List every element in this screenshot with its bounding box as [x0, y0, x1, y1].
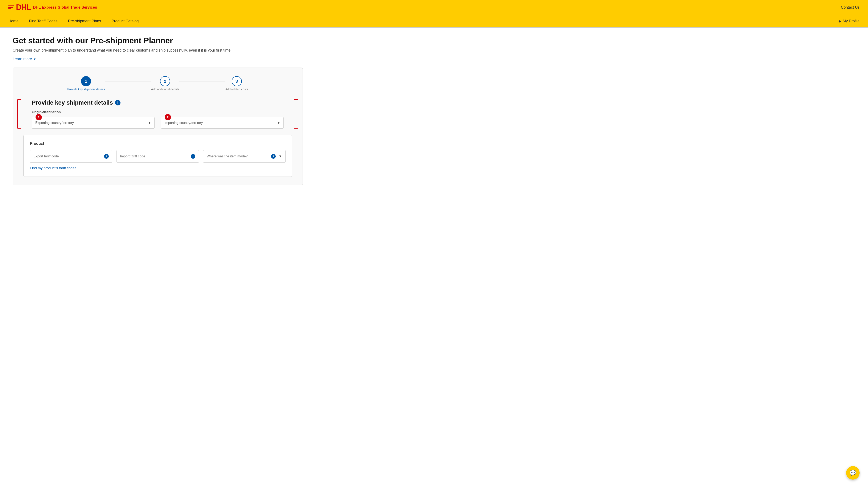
- step-3-circle: 3: [232, 76, 242, 86]
- step-2-circle: 2: [160, 76, 170, 86]
- item-made-label: Where was the item made?: [207, 154, 269, 158]
- step-line-2: [179, 81, 225, 81]
- item-made-wrapper: Where was the item made? i ▼: [203, 150, 285, 163]
- import-country-select[interactable]: Importing country/territory: [161, 117, 284, 128]
- brand-name: DHL Express Global Trade Services: [33, 5, 97, 10]
- nav-links: Home Find Tariff Codes Pre-shipment Plan…: [8, 19, 139, 23]
- section-info-icon[interactable]: i: [115, 100, 121, 106]
- contact-us-link[interactable]: Contact Us: [841, 5, 860, 10]
- my-profile-link[interactable]: ● My Profile: [838, 19, 860, 24]
- origin-label: Origin-destination: [32, 110, 284, 114]
- main-content: Get started with our Pre-shipment Planne…: [0, 28, 315, 194]
- dhl-letters: DHL: [16, 4, 31, 11]
- profile-icon: ●: [838, 19, 841, 24]
- product-fields-row: Export tariff code i Import tariff code …: [30, 150, 285, 163]
- dhl-stripes-icon: [8, 5, 14, 9]
- form-section: Provide key shipment details i Origin-de…: [23, 99, 292, 128]
- step-2: 2 Add additional details: [151, 76, 179, 91]
- nav-bar: Home Find Tariff Codes Pre-shipment Plan…: [0, 15, 868, 28]
- product-box: Product Export tariff code i Import tari…: [23, 135, 292, 177]
- item-made-info-icon[interactable]: i: [271, 154, 276, 159]
- learn-more-link[interactable]: Learn more ▼: [12, 57, 303, 61]
- step-2-label: Add additional details: [151, 88, 179, 91]
- item-made-field: Where was the item made? i ▼: [203, 150, 285, 163]
- step-container: 1 Provide key shipment details 2 Add add…: [12, 67, 303, 185]
- stepper: 1 Provide key shipment details 2 Add add…: [23, 76, 292, 91]
- step-line-1: [105, 81, 151, 81]
- page-title: Get started with our Pre-shipment Planne…: [12, 36, 303, 45]
- profile-label: My Profile: [843, 19, 860, 23]
- step-1: 1 Provide key shipment details: [67, 76, 105, 91]
- stripe-2: [8, 7, 12, 8]
- step-3: 3 Add related costs: [225, 76, 248, 91]
- export-tariff-info-icon[interactable]: i: [104, 154, 109, 159]
- product-title: Product: [30, 141, 285, 146]
- export-country-select[interactable]: Exporting country/territory: [32, 117, 155, 128]
- dhl-logo: DHL: [8, 4, 31, 11]
- import-badge: 2: [165, 114, 171, 120]
- import-tariff-wrapper: Import tariff code i: [117, 150, 199, 163]
- step-1-circle: 1: [81, 76, 91, 86]
- logo-area: DHL DHL Express Global Trade Services: [8, 4, 97, 11]
- nav-home[interactable]: Home: [8, 19, 19, 23]
- import-tariff-label: Import tariff code: [120, 154, 189, 158]
- nav-product-catalog[interactable]: Product Catalog: [112, 19, 139, 23]
- top-bar: DHL DHL Express Global Trade Services Co…: [0, 0, 868, 15]
- import-tariff-info-icon[interactable]: i: [191, 154, 195, 159]
- section-heading: Provide key shipment details: [32, 99, 113, 106]
- export-dropdown-wrapper: 1 Exporting country/territory ▼: [32, 117, 155, 128]
- page-subtitle: Create your own pre-shipment plan to und…: [12, 48, 303, 53]
- item-made-arrow-icon: ▼: [279, 154, 282, 158]
- stripe-1: [8, 5, 14, 6]
- export-badge: 1: [35, 114, 42, 120]
- chevron-down-icon: ▼: [33, 57, 36, 61]
- export-tariff-field: Export tariff code i: [30, 150, 112, 163]
- bracket-right: [294, 99, 299, 128]
- import-tariff-field: Import tariff code i: [117, 150, 199, 163]
- bracket-left: [17, 99, 21, 128]
- nav-find-tariff-codes[interactable]: Find Tariff Codes: [29, 19, 57, 23]
- export-tariff-wrapper: Export tariff code i: [30, 150, 112, 163]
- dropdowns-row: 1 Exporting country/territory ▼ 2 Import…: [32, 117, 284, 128]
- nav-preshipment-plans[interactable]: Pre-shipment Plans: [68, 19, 101, 23]
- stripe-3: [8, 8, 11, 9]
- section-title-row: Provide key shipment details i: [32, 99, 284, 106]
- learn-more-text: Learn more: [12, 57, 32, 61]
- find-tariff-codes-link[interactable]: Find my product's tariff codes: [30, 166, 76, 170]
- import-dropdown-wrapper: 2 Importing country/territory ▼: [161, 117, 284, 128]
- step-3-label: Add related costs: [225, 88, 248, 91]
- export-tariff-label: Export tariff code: [33, 154, 102, 158]
- step-1-label: Provide key shipment details: [67, 88, 105, 91]
